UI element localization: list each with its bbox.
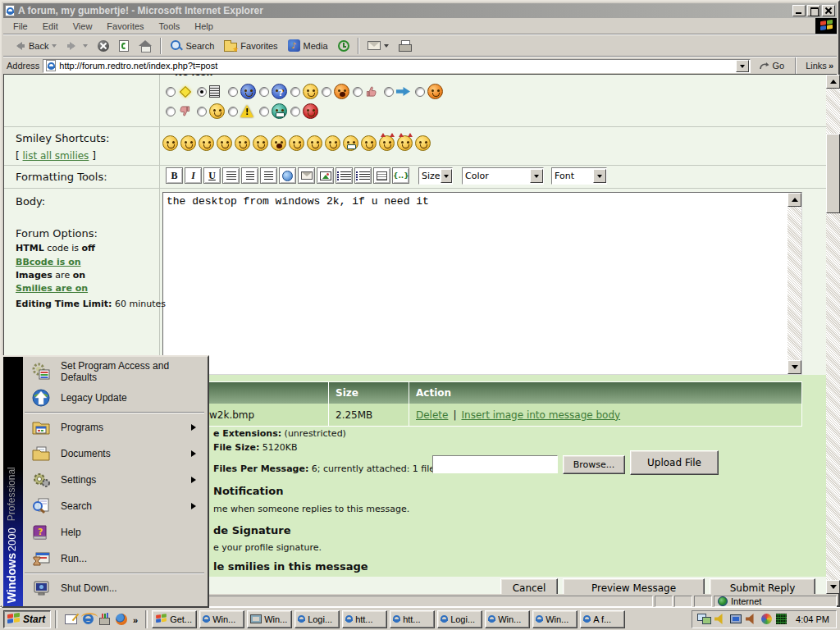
menu-item-help[interactable]: ? Help [23,519,206,546]
go-button[interactable]: Go [754,61,790,71]
updates-icon[interactable] [761,614,772,624]
network-connection-icon[interactable] [697,614,710,624]
smiley-unsure-icon[interactable] [253,135,268,151]
desktop-tools-icon[interactable] [99,618,110,625]
radio-button[interactable] [259,87,269,97]
smiley-neutral-icon[interactable] [180,135,196,151]
links-button[interactable]: Links [802,61,837,71]
home-button[interactable] [135,38,156,54]
font-dropdown-icon[interactable] [593,169,606,183]
stop-button[interactable] [94,38,113,54]
message-icon-option[interactable] [228,105,259,117]
firefox-icon[interactable] [116,614,127,625]
image-button[interactable] [317,167,334,184]
task-button[interactable]: htt... [390,610,435,628]
message-icon-option[interactable] [353,85,384,98]
quote-button[interactable] [373,167,390,184]
print-button[interactable] [395,38,416,54]
smiley-devil-icon[interactable] [379,135,395,151]
radio-button[interactable] [322,87,331,97]
radio-button[interactable] [290,107,300,116]
search-button[interactable]: Search [166,37,218,54]
radio-button[interactable] [166,87,176,97]
smiley-ohmy-icon[interactable] [271,135,286,151]
title-bar[interactable]: A forum, my gumbertje! - Microsoft Inter… [3,3,837,18]
size-select[interactable]: Size [418,167,453,185]
menu-item-programs[interactable]: Programs [23,414,206,441]
smiley-cool-icon[interactable] [235,135,250,151]
menu-item-legacy-update[interactable]: Legacy Update [23,385,206,411]
insert-image-link[interactable]: Insert image into message body [461,409,620,421]
mail-dropdown-icon[interactable] [384,44,389,50]
menu-view[interactable]: View [66,20,99,33]
forward-button[interactable] [62,39,92,53]
message-icon-option[interactable] [197,85,228,98]
file-upload-input[interactable] [432,455,558,473]
address-input[interactable]: http://forum.redtro.net/index.php?t=post [43,59,750,73]
close-button[interactable] [822,5,835,16]
internet-explorer-icon[interactable] [83,614,94,624]
history-button[interactable] [334,38,354,54]
task-button[interactable]: Win... [532,610,578,628]
message-icon-option[interactable] [166,105,197,117]
bold-button[interactable]: B [166,167,183,184]
ordered-list-button[interactable] [336,167,353,184]
taskbar-clock[interactable]: 4:04 PM [791,614,829,624]
bullet-list-button[interactable] [354,167,372,184]
minimize-button[interactable] [792,5,806,16]
smiley-grin-icon[interactable] [199,135,214,151]
message-icon-option[interactable] [415,84,446,99]
radio-button[interactable] [384,87,394,97]
radio-button-selected[interactable] [197,87,207,97]
message-icon-option[interactable] [228,84,259,99]
smiley-blush-icon[interactable] [162,135,178,151]
task-button-active-forum[interactable]: A f... [580,610,625,628]
color-select[interactable]: Color [462,167,544,185]
message-icon-option[interactable] [384,86,415,97]
more-toolbars-icon[interactable] [133,612,138,627]
message-icon-option[interactable] [259,84,290,99]
smiley-huh-icon[interactable] [361,135,377,151]
delete-link[interactable]: Delete [416,409,448,421]
radio-button[interactable] [228,107,238,116]
smiley-rolleyes-icon[interactable] [415,135,431,151]
mail-button[interactable] [363,39,393,52]
show-desktop-icon[interactable] [65,614,77,624]
display-settings-icon[interactable] [730,614,742,623]
email-button[interactable] [298,167,315,184]
forward-dropdown-icon[interactable] [83,44,88,50]
size-dropdown-icon[interactable] [441,169,452,183]
page-scrollbar[interactable] [826,75,840,594]
menu-item-set-program-access[interactable]: Set Program Access and Defaults [23,358,206,385]
radio-button[interactable] [228,87,238,97]
scroll-up-button[interactable] [788,193,801,207]
audio-device-icon[interactable] [746,614,757,624]
scroll-up-button[interactable] [826,75,840,89]
cancel-button[interactable]: Cancel [500,578,558,594]
message-icon-option[interactable] [197,103,228,119]
align-left-button[interactable] [222,167,240,184]
body-textarea[interactable]: the desktop from windows 2k, if u need i… [162,192,802,375]
media-button[interactable]: Media [284,37,332,54]
menu-item-shut-down[interactable]: Shut Down... [23,575,206,601]
message-icon-option[interactable] [322,84,353,99]
message-icon-option[interactable] [290,103,322,119]
radio-button[interactable] [353,87,363,97]
task-button[interactable]: Logi... [437,610,482,628]
upload-file-button[interactable]: Upload File [630,450,719,475]
back-dropdown-icon[interactable] [52,44,57,50]
menu-item-settings[interactable]: Settings [23,467,206,493]
radio-button[interactable] [290,87,300,97]
task-button[interactable]: Logi... [294,610,340,628]
radio-button[interactable] [166,107,176,116]
volume-icon[interactable] [714,614,726,624]
align-center-button[interactable] [241,167,258,184]
smiley-bigsmile-icon[interactable] [289,135,304,151]
radio-button[interactable] [415,87,425,97]
back-button[interactable]: Back [8,39,61,53]
code-button[interactable]: {..} [392,167,409,184]
menu-item-run[interactable]: Run... [23,546,206,572]
task-button[interactable]: htt... [342,610,387,628]
textarea-scrollbar[interactable] [788,193,801,374]
link-button[interactable] [279,167,296,184]
